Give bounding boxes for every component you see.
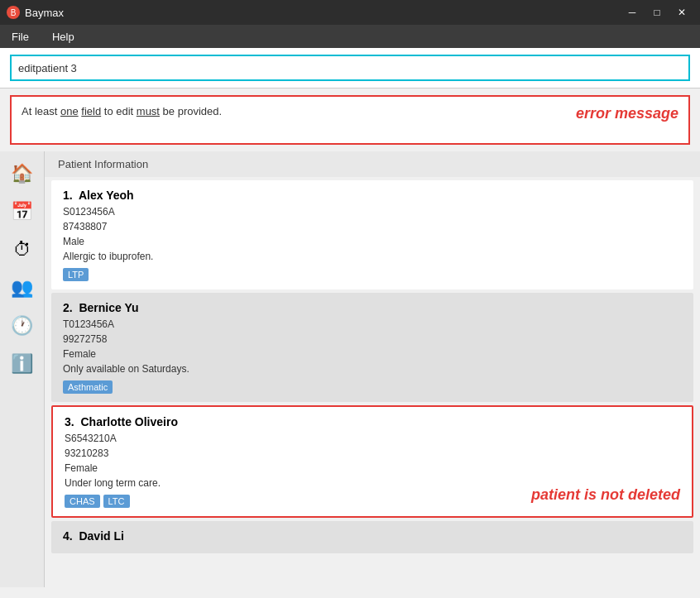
patient-card-1: 1. Alex Yeoh S0123456A 87438807 Male All… bbox=[51, 180, 693, 289]
sidebar-patient-icon[interactable]: 👥 bbox=[5, 270, 40, 305]
not-deleted-label: patient is not deleted bbox=[531, 486, 680, 504]
close-button[interactable]: ✕ bbox=[670, 3, 693, 22]
patient-card-2: 2. Bernice Yu T0123456A 99272758 Female … bbox=[51, 293, 693, 402]
content-area: Patient Information 1. Alex Yeoh S012345… bbox=[45, 151, 700, 587]
patient-name-4: 4. David Li bbox=[63, 529, 682, 543]
patient-tags-3: CHAS LTC bbox=[65, 495, 523, 508]
patient-name-1: 1. Alex Yeoh bbox=[63, 189, 682, 202]
patient-name-2: 2. Bernice Yu bbox=[63, 301, 682, 314]
menu-bar: File Help bbox=[0, 25, 700, 48]
error-label: error message bbox=[576, 105, 678, 122]
main-layout: 🏠 📅 ⏱ 👥 🕐 ℹ️ Patient Information 1. Alex… bbox=[0, 151, 700, 587]
menu-file[interactable]: File bbox=[7, 29, 34, 45]
patient-card-4: 4. David Li bbox=[51, 521, 693, 553]
title-bar-controls: ─ □ ✕ bbox=[621, 3, 693, 22]
tag-ltp-1: LTP bbox=[63, 268, 89, 281]
patient-name-3: 3. Charlotte Oliveiro bbox=[65, 415, 523, 428]
error-area: At least one field to edit must be provi… bbox=[10, 95, 690, 145]
sidebar-schedule-icon[interactable]: 🕐 bbox=[5, 309, 40, 343]
title-bar-left: B Baymax bbox=[7, 6, 64, 19]
patient-card-3-inner: 3. Charlotte Oliveiro S6543210A 93210283… bbox=[65, 415, 523, 508]
patient-info-3: S6543210A 93210283 Female Under long ter… bbox=[65, 431, 523, 490]
app-title: Baymax bbox=[25, 7, 64, 19]
section-title: Patient Information bbox=[45, 151, 700, 177]
sidebar-clock-icon[interactable]: ⏱ bbox=[5, 232, 40, 267]
patient-card-3: 3. Charlotte Oliveiro S6543210A 93210283… bbox=[51, 405, 693, 518]
tag-chas-3: CHAS bbox=[65, 495, 100, 508]
minimize-button[interactable]: ─ bbox=[621, 3, 644, 22]
patient-tags-1: LTP bbox=[63, 268, 682, 281]
patient-info-2: T0123456A 99272758 Female Only available… bbox=[63, 317, 682, 376]
sidebar-home-icon[interactable]: 🏠 bbox=[5, 156, 40, 191]
patient-card-3-row: 3. Charlotte Oliveiro S6543210A 93210283… bbox=[65, 415, 680, 508]
maximize-button[interactable]: □ bbox=[645, 3, 669, 22]
error-text: At least one field to edit must be provi… bbox=[22, 105, 222, 117]
command-area bbox=[0, 48, 700, 89]
sidebar-calendar-icon[interactable]: 📅 bbox=[5, 194, 40, 229]
sidebar: 🏠 📅 ⏱ 👥 🕐 ℹ️ bbox=[0, 151, 45, 587]
patient-tags-2: Asthmatic bbox=[63, 380, 682, 394]
tag-asthmatic-2: Asthmatic bbox=[63, 380, 113, 394]
menu-help[interactable]: Help bbox=[47, 29, 79, 45]
sidebar-info-icon[interactable]: ℹ️ bbox=[5, 347, 40, 381]
app-icon: B bbox=[7, 6, 20, 19]
command-input[interactable] bbox=[10, 55, 690, 81]
title-bar: B Baymax ─ □ ✕ bbox=[0, 0, 700, 25]
tag-ltc-3: LTC bbox=[103, 495, 130, 508]
patient-info-1: S0123456A 87438807 Male Allergic to ibup… bbox=[63, 204, 682, 264]
